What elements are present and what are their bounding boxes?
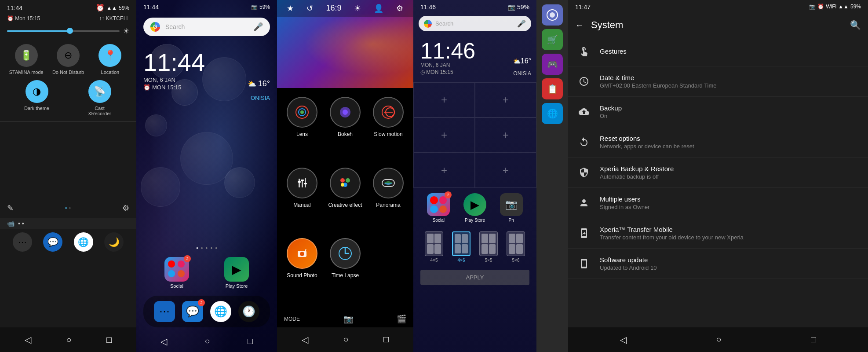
back-button[interactable]: ◁ xyxy=(25,334,31,345)
rotate-icon[interactable]: ↺ xyxy=(306,4,313,13)
mode-sound-photo[interactable]: Sound Photo xyxy=(284,238,320,302)
settings-item-multiple-users[interactable]: Multiple users Signed in as Owner xyxy=(568,188,868,218)
app-drawer-icon[interactable]: ⋯ xyxy=(13,232,32,252)
p5-home-button[interactable]: ○ xyxy=(716,334,721,345)
p4-playstore-icon[interactable]: ▶ xyxy=(463,193,486,216)
p4-extra-app[interactable]: 📷 Ph xyxy=(500,193,523,223)
tile-dnd[interactable]: ⊖ Do Not Disturb xyxy=(49,44,87,75)
sound-photo-icon[interactable] xyxy=(287,238,317,269)
plus-cell-6[interactable]: + xyxy=(475,153,536,188)
tile-dark-theme[interactable]: ◑ Dark theme xyxy=(7,80,66,116)
settings-item-gestures[interactable]: Gestures xyxy=(568,36,868,66)
mode-timelapse[interactable]: Time Lapse xyxy=(327,238,363,302)
p2-search-bar[interactable]: G Search 🎤 xyxy=(143,18,270,36)
p5-recents-button[interactable]: □ xyxy=(811,334,816,345)
settings-item-backup[interactable]: Backup On xyxy=(568,97,868,127)
settings-item-date-time[interactable]: Date & time GMT+02:00 Eastern European S… xyxy=(568,66,868,97)
side-app-2[interactable]: 🛒 xyxy=(542,29,563,50)
bokeh-icon[interactable] xyxy=(330,97,361,128)
flash-icon[interactable]: ★ xyxy=(287,4,294,13)
p4-time: 11:46 xyxy=(420,4,436,11)
p4-social-app[interactable]: 2 Social xyxy=(427,193,450,223)
edit-icon[interactable]: ✎ xyxy=(7,203,14,213)
settings-item-xperia-backup[interactable]: Xperia Backup & Restore Automatic backup… xyxy=(568,158,868,188)
mode-manual[interactable]: Manual xyxy=(284,168,320,231)
dock-app-drawer[interactable]: ⋯ xyxy=(154,301,175,322)
plus-cell-1[interactable]: + xyxy=(413,82,475,117)
cam-switch-icon[interactable]: 📷 xyxy=(343,314,353,324)
p2-weather: ⛅ 16° xyxy=(248,79,270,88)
plus-cell-4[interactable]: + xyxy=(475,117,536,153)
face-icon[interactable]: 👤 xyxy=(374,4,383,13)
layout-5x6[interactable]: 5×6 xyxy=(507,231,525,263)
messages-app-icon[interactable]: 💬 xyxy=(43,232,62,252)
plus-cell-3[interactable]: + xyxy=(413,117,475,153)
brightness-thumb[interactable] xyxy=(67,28,73,34)
social-app-group[interactable]: 2 Social xyxy=(164,257,189,289)
p4-mic-icon[interactable]: 🎤 xyxy=(517,19,526,28)
lens-icon[interactable] xyxy=(287,97,317,128)
settings-item-xperia-transfer[interactable]: Xperia™ Transfer Mobile Transfer content… xyxy=(568,218,868,249)
layout-5x5-grid xyxy=(480,232,497,256)
apply-button[interactable]: APPLY xyxy=(420,270,529,285)
p4-playstore-app[interactable]: ▶ Play Store xyxy=(463,193,486,223)
p5-back-button[interactable]: ◁ xyxy=(620,334,627,345)
tile-stamina[interactable]: 🔋 STAMINA mode xyxy=(7,44,45,75)
chrome-app-icon[interactable]: 🌐 xyxy=(74,232,93,252)
side-app-5[interactable]: 🌐 xyxy=(542,103,563,124)
playstore-app-icon[interactable]: ▶ xyxy=(224,257,249,282)
p3-recents-button[interactable]: □ xyxy=(383,334,389,345)
tile-cast[interactable]: 📡 CastXRecorder xyxy=(70,80,129,116)
p2-home-button[interactable]: ○ xyxy=(204,336,210,347)
home-button[interactable]: ○ xyxy=(66,335,71,345)
p5-search-button[interactable]: 🔍 xyxy=(850,20,861,30)
location-icon[interactable]: 📍 xyxy=(98,44,121,67)
layout-4x5[interactable]: 4×5 xyxy=(425,231,443,263)
ratio-icon[interactable]: 16:9 xyxy=(326,4,341,13)
side-app-1[interactable] xyxy=(542,4,563,26)
mode-lens[interactable]: Lens xyxy=(284,97,320,161)
plus-cell-5[interactable]: + xyxy=(413,153,475,188)
cast-icon[interactable]: 📡 xyxy=(88,80,111,103)
mode-slowmotion[interactable]: Slow motion xyxy=(370,97,406,161)
p1-brightness-control[interactable]: ☀ xyxy=(0,25,136,40)
settings-item-software-update[interactable]: Software update Updated to Android 10 xyxy=(568,249,868,279)
creative-icon[interactable] xyxy=(330,168,361,198)
p5-back-button[interactable]: ← xyxy=(575,20,584,30)
settings-item-reset[interactable]: Reset options Network, apps or device ca… xyxy=(568,127,868,158)
playstore-app-group[interactable]: ▶ Play Store xyxy=(224,257,249,289)
p2-back-button[interactable]: ◁ xyxy=(160,336,167,347)
clock-app-icon[interactable]: 🌙 xyxy=(104,232,124,252)
p4-extra-icon[interactable]: 📷 xyxy=(500,193,523,216)
mode-creative[interactable]: Creative effect xyxy=(327,168,363,231)
dark-theme-icon[interactable]: ◑ xyxy=(26,80,48,103)
mic-icon[interactable]: 🎤 xyxy=(253,22,263,32)
settings-icon[interactable]: ⚙ xyxy=(122,203,129,213)
layout-5x5[interactable]: 5×5 xyxy=(479,231,498,263)
mode-panorama[interactable]: Panorama xyxy=(370,168,406,231)
recents-button[interactable]: □ xyxy=(106,335,112,345)
p3-back-button[interactable]: ◁ xyxy=(302,334,308,345)
p3-home-button[interactable]: ○ xyxy=(343,334,348,345)
p2-recents-button[interactable]: □ xyxy=(248,336,253,347)
settings-cam-icon[interactable]: ⚙ xyxy=(396,4,403,13)
dock-chrome[interactable]: 🌐 xyxy=(210,301,231,322)
layout-4x6[interactable]: 4×6 xyxy=(452,231,470,263)
dock-clock[interactable]: 🕐 xyxy=(238,301,259,322)
side-app-3[interactable]: 🎮 xyxy=(542,54,563,75)
mode-bokeh[interactable]: Bokeh xyxy=(327,97,363,161)
brightness-track[interactable] xyxy=(7,30,120,32)
stamina-icon[interactable]: 🔋 xyxy=(15,44,38,67)
tile-location[interactable]: 📍 Location xyxy=(91,44,129,75)
cam-video-icon[interactable]: 🎬 xyxy=(397,314,406,324)
p4-search-bar[interactable]: Search 🎤 xyxy=(419,16,531,31)
plus-cell-2[interactable]: + xyxy=(475,82,536,117)
manual-icon[interactable] xyxy=(287,168,317,198)
hdr-icon[interactable]: ☀ xyxy=(354,4,361,13)
panorama-icon[interactable] xyxy=(373,168,404,198)
timelapse-icon[interactable] xyxy=(330,238,361,269)
p4-sep: : xyxy=(445,40,451,62)
dnd-icon[interactable]: ⊖ xyxy=(57,44,80,67)
side-app-4[interactable]: 📋 xyxy=(542,78,563,99)
slowmotion-icon[interactable] xyxy=(373,97,404,128)
